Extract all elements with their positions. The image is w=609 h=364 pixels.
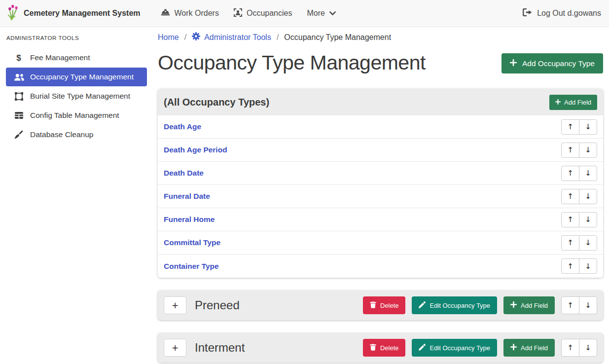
plus-icon [555, 99, 561, 106]
breadcrumb-admin-tools-link[interactable]: Administrator Tools [192, 32, 271, 42]
field-link[interactable]: Death Age Period [164, 146, 227, 154]
sidebar: ADMINISTRATOR TOOLS $ Fee Management Occ… [0, 27, 153, 364]
sidebar-item-label: Fee Management [30, 53, 90, 62]
tulip-logo-icon [7, 4, 19, 23]
sidebar-item-label: Database Cleanup [30, 130, 93, 139]
move-down-button[interactable]: ↓ [579, 143, 597, 158]
edit-occupancy-type-label: Edit Occupancy Type [430, 344, 490, 352]
nav-item-work-orders[interactable]: Work Orders [153, 0, 226, 27]
move-up-button[interactable]: ↑ [561, 212, 579, 227]
plus-icon [510, 59, 517, 68]
plus-icon [510, 344, 517, 352]
move-down-button[interactable]: ↓ [579, 339, 597, 357]
hard-hat-icon [161, 9, 170, 18]
section-title: Preneed [195, 298, 240, 312]
app-title: Cemetery Management System [24, 9, 141, 18]
breadcrumb-current: Occupancy Type Management [284, 33, 391, 42]
move-up-button[interactable]: ↑ [561, 166, 579, 181]
move-down-button[interactable]: ↓ [579, 119, 597, 135]
move-down-button[interactable]: ↓ [579, 296, 597, 314]
nav-item-label: Work Orders [175, 9, 219, 18]
field-link[interactable]: Death Date [164, 169, 204, 178]
add-field-label: Add Field [521, 344, 548, 352]
breadcrumb-admin-tools-label: Administrator Tools [204, 33, 271, 42]
add-field-button[interactable]: Add Field [503, 296, 555, 314]
breadcrumb-separator: / [184, 33, 186, 42]
all-occupancy-types-card: (All Occupancy Types) Add Field Death Ag… [158, 89, 603, 278]
add-field-button[interactable]: Add Field [549, 95, 597, 110]
trash-icon [370, 301, 376, 310]
table-icon [13, 112, 25, 119]
users-icon [13, 73, 25, 81]
sidebar-item-label: Occupancy Type Management [30, 73, 134, 81]
logout-link[interactable]: Log Out d.gowans [523, 8, 602, 18]
move-up-button[interactable]: ↑ [561, 189, 579, 204]
field-link[interactable]: Death Age [164, 122, 201, 131]
vector-square-icon [13, 92, 25, 101]
section-title: Interment [195, 341, 245, 355]
field-row: Committal Type ↑ ↓ [158, 231, 603, 255]
move-up-button[interactable]: ↑ [561, 143, 579, 158]
nav-item-occupancies[interactable]: Occupancies [226, 0, 300, 27]
move-up-button[interactable]: ↑ [561, 119, 579, 135]
field-row: Funeral Home ↑ ↓ [158, 208, 603, 231]
chevron-down-icon [329, 9, 336, 18]
delete-button[interactable]: Delete [363, 296, 406, 314]
move-down-button[interactable]: ↓ [579, 258, 597, 274]
edit-occupancy-type-button[interactable]: Edit Occupancy Type [412, 296, 497, 314]
plus-icon [510, 301, 517, 309]
brand-home-link[interactable]: Cemetery Management System [7, 4, 141, 23]
nav-item-more[interactable]: More [299, 0, 343, 27]
reorder-controls: ↑ ↓ [561, 296, 597, 314]
add-field-label: Add Field [564, 99, 591, 106]
edit-occupancy-type-label: Edit Occupancy Type [430, 302, 490, 309]
breadcrumb-home-link[interactable]: Home [158, 33, 179, 42]
sidebar-item-config-table-management[interactable]: Config Table Management [6, 106, 147, 125]
move-up-button[interactable]: ↑ [561, 339, 579, 357]
move-up-button[interactable]: ↑ [561, 296, 579, 314]
sidebar-item-database-cleanup[interactable]: Database Cleanup [6, 125, 147, 144]
add-field-button[interactable]: Add Field [503, 339, 555, 357]
move-down-button[interactable]: ↓ [579, 212, 597, 227]
page-title: Occupancy Type Management [158, 48, 426, 77]
sidebar-item-fee-management[interactable]: $ Fee Management [6, 48, 147, 67]
nav-item-label: Occupancies [247, 9, 292, 18]
field-link[interactable]: Container Type [164, 262, 219, 271]
sidebar-item-burial-site-type-management[interactable]: Burial Site Type Management [6, 87, 147, 106]
move-up-button[interactable]: ↑ [561, 258, 579, 274]
all-occupancy-types-title: (All Occupancy Types) [164, 97, 269, 108]
expand-button[interactable]: + [164, 296, 186, 314]
reorder-controls: ↑ ↓ [561, 189, 597, 204]
top-navbar: Cemetery Management System Work Orders O… [0, 0, 609, 27]
delete-button[interactable]: Delete [363, 339, 406, 357]
move-down-button[interactable]: ↓ [579, 235, 597, 251]
field-link[interactable]: Funeral Date [164, 192, 210, 201]
field-link[interactable]: Funeral Home [164, 215, 215, 224]
reorder-controls: ↑ ↓ [561, 212, 597, 227]
field-row: Death Age ↑ ↓ [158, 115, 603, 139]
occupancy-type-section-preneed: + Preneed Delete [158, 291, 603, 320]
move-down-button[interactable]: ↓ [579, 189, 597, 204]
move-down-button[interactable]: ↓ [579, 166, 597, 181]
logout-icon [523, 8, 532, 18]
logout-label: Log Out d.gowans [537, 9, 601, 18]
main-content: Home / Administrator Tool [153, 27, 609, 364]
field-row: Container Type ↑ ↓ [158, 255, 603, 278]
sidebar-section-header: ADMINISTRATOR TOOLS [0, 30, 153, 48]
edit-occupancy-type-button[interactable]: Edit Occupancy Type [412, 339, 497, 357]
move-up-button[interactable]: ↑ [561, 235, 579, 251]
field-row: Death Date ↑ ↓ [158, 162, 603, 185]
sidebar-item-occupancy-type-management[interactable]: Occupancy Type Management [6, 68, 147, 86]
breadcrumb-separator: / [277, 33, 279, 42]
field-link[interactable]: Committal Type [164, 238, 220, 247]
field-row: Death Age Period ↑ ↓ [158, 139, 603, 162]
reorder-controls: ↑ ↓ [561, 143, 597, 158]
dollar-icon: $ [13, 54, 25, 62]
breadcrumb: Home / Administrator Tool [158, 32, 603, 42]
expand-button[interactable]: + [164, 339, 186, 357]
add-occupancy-type-button[interactable]: Add Occupancy Type [502, 53, 603, 73]
gear-icon [192, 32, 200, 42]
pencil-icon [419, 344, 426, 352]
reorder-controls: ↑ ↓ [561, 235, 597, 251]
field-row: Funeral Date ↑ ↓ [158, 185, 603, 208]
